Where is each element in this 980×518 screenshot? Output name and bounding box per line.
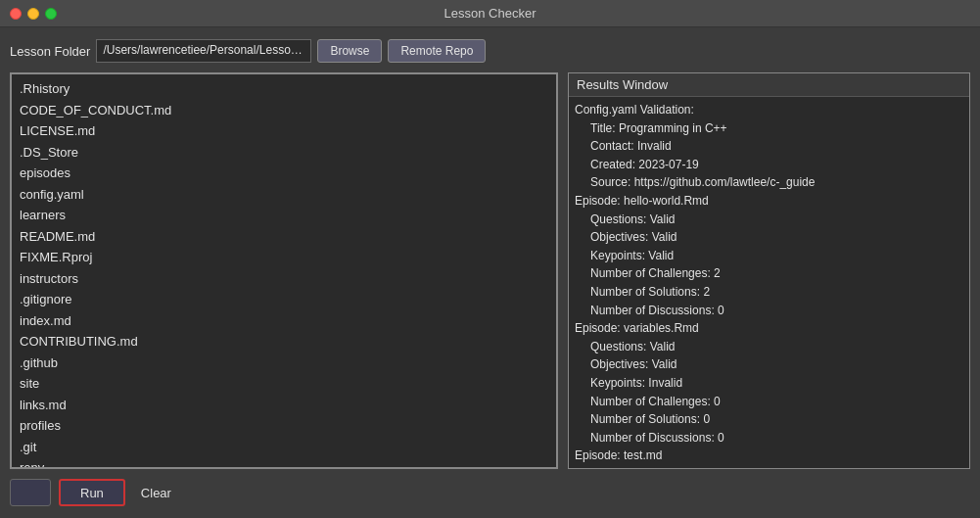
list-item[interactable]: config.yaml [14,184,554,206]
result-line: Episode: test.md [575,447,963,465]
result-line: Config.yaml Validation: [575,101,963,119]
list-item[interactable]: episodes [14,163,554,184]
result-line: Created: 2023-07-19 [575,156,963,174]
browse-button[interactable]: Browse [317,39,382,63]
list-item[interactable]: links.md [14,395,554,416]
result-line: Number of Solutions: 2 [575,283,963,302]
run-button[interactable]: Run [59,479,125,506]
list-item[interactable]: .github [14,353,554,374]
result-line: Number of Challenges: 2 [575,264,963,283]
window-title: Lesson Checker [444,6,537,21]
title-bar: Lesson Checker [0,0,980,27]
list-item[interactable]: .gitignore [14,289,554,310]
list-item[interactable]: .Rhistory [14,78,554,100]
result-line: Keypoints: Valid [575,247,963,265]
list-item[interactable]: CONTRIBUTING.md [14,331,554,353]
main-content: Lesson Folder /Users/lawrencetiee/Person… [0,27,980,518]
list-item[interactable]: profiles [14,415,554,437]
lesson-folder-label: Lesson Folder [10,44,90,59]
result-line: Number of Discussions: 0 [575,429,963,447]
traffic-lights [10,8,57,20]
results-scroll[interactable]: Config.yaml Validation:Title: Programmin… [569,97,969,468]
list-item[interactable]: .DS_Store [14,142,554,164]
minimize-button[interactable] [27,8,39,20]
result-line: Episode: variables.Rmd [575,319,963,338]
list-item[interactable]: index.md [14,310,554,332]
top-row: Lesson Folder /Users/lawrencetiee/Person… [10,37,970,65]
result-line: Questions: Valid [575,211,963,229]
result-line: Episode: hello-world.Rmd [575,192,963,211]
bottom-row: Run Clear [10,477,970,508]
results-panel: Results Window Config.yaml Validation:Ti… [568,72,970,469]
result-line: Objectives: Valid [575,228,963,247]
result-line: Number of Discussions: 0 [575,302,963,320]
result-line: Keypoints: Invalid [575,374,963,393]
list-item[interactable]: instructors [14,268,554,290]
list-item[interactable]: README.md [14,226,554,248]
list-item[interactable]: site [14,373,554,395]
close-button[interactable] [10,8,22,20]
list-item[interactable]: LICENSE.md [14,120,554,142]
file-list-scroll[interactable]: .RhistoryCODE_OF_CONDUCT.mdLICENSE.md.DS… [12,74,556,467]
file-list-panel: .RhistoryCODE_OF_CONDUCT.mdLICENSE.md.DS… [10,72,558,469]
result-line: Questions: Valid [575,338,963,356]
middle-area: .RhistoryCODE_OF_CONDUCT.mdLICENSE.md.DS… [10,72,970,469]
list-item[interactable]: renv [14,457,554,467]
list-item[interactable]: .git [14,437,554,458]
remote-repo-button[interactable]: Remote Repo [388,39,486,63]
maximize-button[interactable] [45,8,57,20]
result-line: Number of Solutions: 0 [575,410,963,429]
result-line: Source: https://github.com/lawtlee/c-_gu… [575,173,963,192]
list-item[interactable]: FIXME.Rproj [14,247,554,268]
list-item[interactable]: learners [14,205,554,226]
lesson-folder-path: /Users/lawrencetiee/Personal/Lesson Job/… [96,39,311,63]
extra-button[interactable] [10,479,51,506]
result-line: Contact: Invalid [575,137,963,156]
result-line: Objectives: Valid [575,355,963,374]
result-line: Questions: Valid [575,465,963,468]
results-header: Results Window [569,73,969,97]
result-line: Number of Challenges: 0 [575,393,963,411]
clear-button[interactable]: Clear [133,479,179,506]
result-line: Title: Programming in C++ [575,119,963,138]
list-item[interactable]: CODE_OF_CONDUCT.md [14,100,554,121]
